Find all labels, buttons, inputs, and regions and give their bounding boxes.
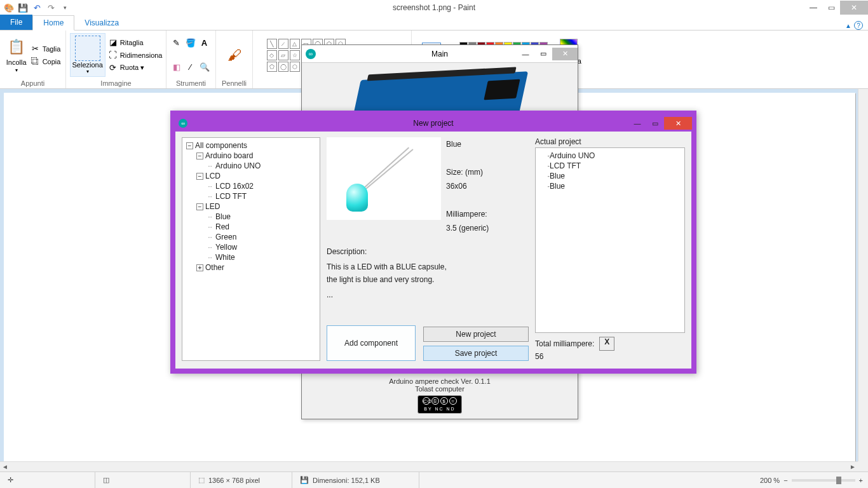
paint-window-title: screenshot 1.png - Paint bbox=[393, 3, 475, 12]
status-file-size: 💾Dimensioni: 152,1 KB bbox=[292, 472, 419, 488]
close-button[interactable]: ✕ bbox=[840, 1, 868, 15]
rotate-icon: ⟳ bbox=[108, 63, 118, 73]
ribbon-collapse-icon[interactable]: ▲ bbox=[845, 22, 851, 29]
tree-arduino-uno[interactable]: ··Arduino UNO bbox=[207, 161, 317, 171]
copy-button[interactable]: ⿻Copia bbox=[31, 56, 61, 67]
np-title-bar[interactable]: ∞ New project — ▭ ✕ bbox=[175, 115, 692, 132]
redo-icon[interactable]: ↷ bbox=[46, 3, 56, 13]
horizontal-scrollbar[interactable]: ◄► bbox=[0, 461, 858, 471]
tree-arduino[interactable]: −Arduino board ··Arduino UNO bbox=[196, 151, 317, 171]
copy-label: Copia bbox=[43, 58, 61, 65]
select-button[interactable]: Seleziona ▾ bbox=[70, 33, 105, 77]
text-icon[interactable]: A bbox=[200, 37, 210, 48]
tree-led-blue[interactable]: ··Blue bbox=[207, 212, 317, 222]
main-title-bar[interactable]: ∞ Main — ▭ ✕ bbox=[302, 45, 578, 63]
save-project-button[interactable]: Save project bbox=[423, 346, 529, 361]
np-minimize-button[interactable]: — bbox=[628, 117, 646, 130]
main-maximize-button[interactable]: ▭ bbox=[534, 48, 552, 60]
undo-icon[interactable]: ↶ bbox=[32, 3, 42, 13]
tree-led[interactable]: −LED ··Blue ··Red ··Green ··Yellow ··Whi… bbox=[196, 201, 317, 262]
group-image: Seleziona ▾ ◪Ritaglia ⛶Ridimensiona ⟳Ruo… bbox=[66, 30, 166, 88]
save-icon[interactable]: 💾 bbox=[18, 3, 28, 13]
np-maximize-button[interactable]: ▭ bbox=[646, 117, 664, 130]
component-fields: Blue Size: (mm) 36x06 Milliampere: 3.5 (… bbox=[446, 137, 529, 235]
tab-view[interactable]: Visualizza bbox=[74, 16, 129, 30]
component-name: Blue bbox=[446, 137, 529, 151]
project-item[interactable]: Blue bbox=[547, 171, 682, 181]
zoom-slider[interactable] bbox=[792, 479, 855, 482]
quick-access-toolbar: 🎨 💾 ↶ ↷ ▾ bbox=[0, 3, 70, 13]
tree-led-green[interactable]: ··Green bbox=[207, 232, 317, 242]
size-value: 36x06 bbox=[446, 179, 529, 193]
qat-dropdown-icon[interactable]: ▾ bbox=[60, 3, 70, 13]
brushes-button[interactable]: 🖌 bbox=[223, 44, 246, 67]
tree-led-red[interactable]: ··Red bbox=[207, 222, 317, 232]
project-item[interactable]: Arduino UNO bbox=[547, 151, 682, 161]
project-list[interactable]: Arduino UNO LCD TFT Blue Blue bbox=[535, 147, 685, 333]
paint-title-bar: 🎨 💾 ↶ ↷ ▾ screenshot 1.png - Paint — ▭ ✕ bbox=[0, 0, 868, 15]
cut-label: Taglia bbox=[43, 45, 61, 53]
picker-icon[interactable]: ⁄ bbox=[186, 62, 196, 72]
zoom-in-button[interactable]: + bbox=[859, 477, 863, 484]
tree-lcd-16x02[interactable]: ··LCD 16x02 bbox=[207, 181, 317, 191]
pencil-icon[interactable]: ✎ bbox=[172, 37, 182, 48]
crop-label: Ritaglia bbox=[120, 39, 144, 46]
crop-button[interactable]: ◪Ritaglia bbox=[108, 37, 163, 48]
paste-button[interactable]: 📋 Incolla ▾ bbox=[5, 36, 28, 74]
paint-status-bar: ✛ ◫ ⬚868 × 488 pixel 💾Dimensioni: 152,1… bbox=[0, 471, 868, 488]
tree-lcd-label: LCD bbox=[205, 172, 220, 180]
main-minimize-button[interactable]: — bbox=[517, 48, 534, 60]
minimize-button[interactable]: — bbox=[804, 1, 822, 15]
tab-file[interactable]: File bbox=[0, 15, 32, 30]
paste-icon: 📋 bbox=[6, 37, 27, 57]
cut-icon: ✂ bbox=[31, 44, 41, 54]
rotate-button[interactable]: ⟳Ruota ▾ bbox=[108, 62, 163, 74]
bucket-icon[interactable]: 🪣 bbox=[186, 37, 196, 48]
cursor-icon: ✛ bbox=[8, 476, 13, 484]
paste-label: Incolla bbox=[6, 58, 27, 66]
eraser-icon[interactable]: ◧ bbox=[172, 62, 182, 72]
new-project-button[interactable]: New project bbox=[423, 327, 529, 342]
status-selection: ◫ bbox=[95, 472, 191, 488]
main-close-button[interactable]: ✕ bbox=[552, 48, 578, 60]
project-item-label: Arduino UNO bbox=[550, 151, 595, 160]
project-item-label: LCD TFT bbox=[550, 161, 581, 170]
project-item[interactable]: LCD TFT bbox=[547, 161, 682, 171]
remove-item-button[interactable]: X bbox=[599, 337, 614, 351]
tree-led-label: LED bbox=[205, 202, 220, 211]
maximize-button[interactable]: ▭ bbox=[822, 1, 840, 15]
group-tools-label: Strumenti bbox=[176, 79, 206, 87]
add-component-button[interactable]: Add component bbox=[327, 325, 416, 361]
remove-x-label: X bbox=[604, 337, 609, 346]
selection-icon: ◫ bbox=[103, 476, 109, 484]
canvas-size-text: 868 × 488 pixel bbox=[208, 477, 260, 484]
tree-led-white[interactable]: ··White bbox=[207, 252, 317, 262]
project-item-label: Blue bbox=[550, 172, 565, 180]
tree-led-red-label: Red bbox=[215, 222, 229, 231]
component-tree[interactable]: −All components −Arduino board ··Arduino… bbox=[182, 137, 320, 361]
cut-button[interactable]: ✂Taglia bbox=[31, 43, 61, 55]
tree-led-white-label: White bbox=[215, 253, 235, 262]
app-icon: 🎨 bbox=[4, 3, 14, 13]
tab-home[interactable]: Home bbox=[32, 15, 74, 30]
component-description: Description: This is a LED with a BLUE c… bbox=[327, 245, 529, 301]
tree-lcd[interactable]: −LCD ··LCD 16x02 ··LCD TFT bbox=[196, 171, 317, 201]
desc-line2: the light is blue and very strong. bbox=[327, 273, 529, 286]
project-item[interactable]: Blue bbox=[547, 181, 682, 191]
np-close-button[interactable]: ✕ bbox=[664, 117, 692, 130]
tree-other[interactable]: +Other bbox=[196, 262, 317, 273]
tree-led-yellow[interactable]: ··Yellow bbox=[207, 242, 317, 252]
vertical-scrollbar[interactable] bbox=[858, 89, 868, 461]
tree-root[interactable]: −All components −Arduino board ··Arduino… bbox=[186, 140, 317, 273]
help-icon[interactable]: ? bbox=[854, 21, 863, 30]
group-clipboard-label: Appunti bbox=[21, 79, 44, 87]
tree-arduino-uno-label: Arduino UNO bbox=[215, 161, 261, 170]
tree-lcd-tft[interactable]: ··LCD TFT bbox=[207, 191, 317, 201]
paint-window-controls: — ▭ ✕ bbox=[804, 1, 868, 15]
zoom-out-button[interactable]: − bbox=[783, 477, 787, 484]
np-app-icon: ∞ bbox=[179, 119, 187, 128]
resize-button[interactable]: ⛶Ridimensiona bbox=[108, 50, 163, 61]
component-image bbox=[327, 137, 441, 220]
tree-led-blue-label: Blue bbox=[215, 212, 231, 221]
zoom-icon[interactable]: 🔍 bbox=[200, 62, 210, 72]
